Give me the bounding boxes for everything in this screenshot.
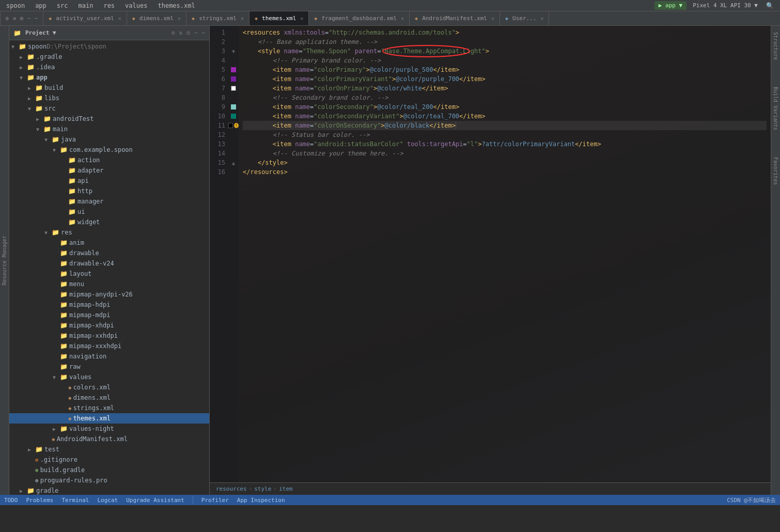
tree-item-src[interactable]: ▼ 📁src xyxy=(9,103,209,114)
tree-item-action[interactable]: 📁action xyxy=(9,155,209,165)
color-swatch-line11[interactable] xyxy=(228,123,233,128)
structure-panel-label[interactable]: Structure xyxy=(772,30,779,62)
tab-dimens-xml[interactable]: ◈ dimens.xml ✕ xyxy=(127,11,186,26)
tab-close-themes[interactable]: ✕ xyxy=(300,15,303,21)
tree-item-gradle-hidden[interactable]: ▶ 📁.gradle xyxy=(9,52,209,62)
tree-item-navigation[interactable]: 📁navigation xyxy=(9,351,209,362)
tree-item-build-gradle-app[interactable]: ⊛build.gradle xyxy=(9,465,209,475)
tree-item-raw[interactable]: 📁raw xyxy=(9,362,209,372)
tree-item-test[interactable]: ▶ 📁test xyxy=(9,444,209,455)
tab-close-user[interactable]: ✕ xyxy=(540,15,543,21)
bottom-todo[interactable]: TODO xyxy=(4,497,18,504)
tree-item-themes-xml[interactable]: ◈themes.xml xyxy=(9,413,209,424)
menu-themes[interactable]: themes.xml xyxy=(155,1,197,10)
color-swatch-line6[interactable] xyxy=(231,76,236,82)
tree-item-mipmap-anydpi[interactable]: 📁mipmap-anydpi-v26 xyxy=(9,289,209,300)
code-area[interactable]: 1 2 3 4 5 6 7 8 9 10 11 12 13 14 15 16 xyxy=(210,26,771,482)
tree-item-mipmap-xxhdpi[interactable]: 📁mipmap-xxhdpi xyxy=(9,331,209,341)
tree-item-app[interactable]: ▼ 📁app xyxy=(9,72,209,83)
menu-values[interactable]: values xyxy=(123,1,149,10)
menu-spoon[interactable]: spoon xyxy=(4,1,27,10)
bottom-app-inspection[interactable]: App Inspection xyxy=(237,497,285,504)
tree-item-http[interactable]: 📁http xyxy=(9,186,209,196)
project-action-settings[interactable]: ⚙ xyxy=(171,29,175,36)
tree-item-gradle-root[interactable]: ▶ 📁gradle xyxy=(9,486,209,495)
tab-activity-user-xml[interactable]: ◈ activity_user.xml ✕ xyxy=(43,11,127,26)
tab-close-strings[interactable]: ✕ xyxy=(241,15,244,21)
breadcrumb-item[interactable]: item xyxy=(279,486,293,492)
tree-item-anim[interactable]: 📁anim xyxy=(9,238,209,248)
color-swatch-line7[interactable] xyxy=(231,86,236,91)
tree-item-java[interactable]: ▼ 📁java xyxy=(9,134,209,145)
tab-user[interactable]: ◆ User... ✕ xyxy=(500,11,549,26)
menu-src[interactable]: src xyxy=(55,1,70,10)
breadcrumb-style[interactable]: style xyxy=(254,486,271,492)
toolbar-search-icon[interactable]: 🔍 xyxy=(764,1,776,10)
tree-item-dimens-xml[interactable]: ◈dimens.xml xyxy=(9,393,209,403)
bottom-problems[interactable]: Problems xyxy=(26,497,54,504)
tab-themes-xml[interactable]: ◈ themes.xml ✕ xyxy=(249,11,309,26)
tree-item-com-example-spoon[interactable]: ▼ 📁com.example.spoon xyxy=(9,145,209,155)
code-text-area[interactable]: <resources xmlns:tools="http://schemas.a… xyxy=(239,26,771,482)
tab-strings-xml[interactable]: ◈ strings.xml ✕ xyxy=(186,11,249,26)
tree-item-mipmap-hdpi[interactable]: 📁mipmap-hdpi xyxy=(9,300,209,310)
tree-item-androidtest[interactable]: ▶ 📁androidTest xyxy=(9,114,209,124)
collapse-line15-icon[interactable]: ▲ xyxy=(232,160,235,166)
tree-item-widget[interactable]: 📁widget xyxy=(9,217,209,227)
tree-item-androidmanifest-main[interactable]: ◈AndroidManifest.xml xyxy=(9,434,209,444)
tree-item-res[interactable]: ▼ 📁res xyxy=(9,227,209,238)
tree-item-values[interactable]: ▼ 📁values xyxy=(9,372,209,382)
tab-close-dimens[interactable]: ✕ xyxy=(178,15,181,21)
tree-item-adapter[interactable]: 📁adapter xyxy=(9,165,209,176)
tree-item-manager[interactable]: 📁manager xyxy=(9,196,209,207)
tab-androidmanifest[interactable]: ◈ AndroidManifest.xml ✕ xyxy=(410,11,500,26)
color-swatch-line9[interactable] xyxy=(231,104,236,109)
tree-item-build[interactable]: ▶ 📁build xyxy=(9,83,209,93)
tab-fragment-dashboard[interactable]: ◈ fragment_dashboard.xml ✕ xyxy=(309,11,410,26)
project-view-label[interactable]: Project ▼ xyxy=(25,29,56,36)
tree-item-drawable[interactable]: 📁drawable xyxy=(9,248,209,258)
bottom-terminal[interactable]: Terminal xyxy=(61,497,89,504)
tab-close-manifest[interactable]: ✕ xyxy=(491,15,494,21)
favorites-label[interactable]: Favorites xyxy=(772,155,779,187)
project-action-more[interactable]: ⋯ xyxy=(201,29,205,36)
tree-item-libs[interactable]: ▶ 📁libs xyxy=(9,93,209,103)
project-action-pin[interactable]: − xyxy=(194,29,198,36)
code-line-12: <!-- Status bar color. --> xyxy=(243,130,767,139)
toolbar-device[interactable]: Pixel 4 XL API 30 ▼ xyxy=(691,1,760,10)
tree-item-mipmap-mdpi[interactable]: 📁mipmap-mdpi xyxy=(9,310,209,320)
menu-main[interactable]: main xyxy=(76,1,96,10)
toolbar-run-config[interactable]: ▶ app ▼ xyxy=(654,1,687,10)
tree-item-idea[interactable]: ▶ 📁.idea xyxy=(9,62,209,72)
tree-item-colors-xml[interactable]: ◈colors.xml xyxy=(9,382,209,393)
breadcrumb-resources[interactable]: resources xyxy=(216,486,247,492)
tree-item-spoon[interactable]: ▼ 📁 spoon D:\Project\spoon xyxy=(9,41,209,52)
tree-item-main[interactable]: ▼ 📁main xyxy=(9,124,209,134)
bottom-profiler[interactable]: Profiler xyxy=(201,497,229,504)
tab-close-fragment[interactable]: ✕ xyxy=(401,15,404,21)
menu-app[interactable]: app xyxy=(33,1,49,10)
project-action-collapse[interactable]: ⊟ xyxy=(186,29,190,36)
tree-item-layout[interactable]: 📁layout xyxy=(9,269,209,279)
tree-item-mipmap-xhdpi[interactable]: 📁mipmap-xhdpi xyxy=(9,320,209,331)
project-action-sort[interactable]: ⇅ xyxy=(179,29,183,36)
tree-item-values-night[interactable]: ▶ 📁values-night xyxy=(9,424,209,434)
color-swatch-line10[interactable] xyxy=(231,114,236,119)
tree-item-strings-xml[interactable]: ◈strings.xml xyxy=(9,403,209,413)
tree-item-drawable-v24[interactable]: 📁drawable-v24 xyxy=(9,258,209,269)
tree-item-menu[interactable]: 📁menu xyxy=(9,279,209,289)
tree-item-gitignore-app[interactable]: ⊛.gitignore xyxy=(9,455,209,465)
color-swatch-line5[interactable] xyxy=(231,67,236,72)
build-variants-label[interactable]: Build Variants xyxy=(772,85,779,132)
tree-item-ui[interactable]: 📁ui xyxy=(9,207,209,217)
menu-res[interactable]: res xyxy=(101,1,117,10)
tab-close-activity-user[interactable]: ✕ xyxy=(118,15,121,21)
resource-manager-panel[interactable]: Resource Manager xyxy=(0,26,9,495)
tab-project-settings[interactable]: ⚙ ≡ ⊞ − ⋯ xyxy=(0,11,43,26)
bottom-upgrade[interactable]: Upgrade Assistant xyxy=(126,497,184,504)
tree-item-api[interactable]: 📁api xyxy=(9,176,209,186)
bottom-logcat[interactable]: Logcat xyxy=(97,497,118,504)
tree-item-proguard[interactable]: ⊛proguard-rules.pro xyxy=(9,475,209,486)
tree-item-mipmap-xxxhdpi[interactable]: 📁mipmap-xxxhdpi xyxy=(9,341,209,351)
collapse-line3-icon[interactable]: ▼ xyxy=(232,49,235,54)
